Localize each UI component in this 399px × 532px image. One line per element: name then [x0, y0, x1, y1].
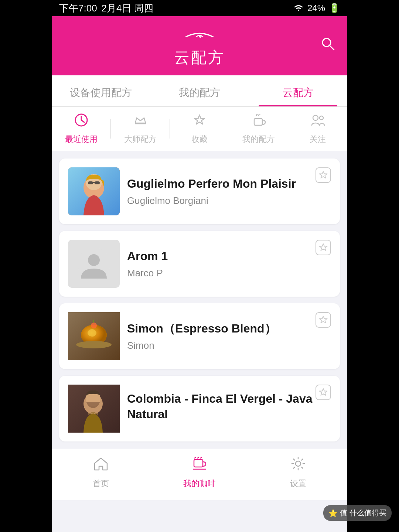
- subtab-myrecipe[interactable]: 我的配方: [229, 113, 288, 145]
- subtab-recent[interactable]: 最近使用: [52, 113, 111, 145]
- cup-icon: [251, 113, 266, 131]
- nav-settings[interactable]: 设置: [249, 455, 347, 489]
- subtab-follow[interactable]: 关注: [288, 113, 347, 145]
- bottom-nav: 首页 我的咖啡 设置: [52, 449, 347, 500]
- crown-icon: [133, 113, 148, 131]
- svg-rect-18: [316, 240, 331, 255]
- person-follow-icon: [310, 113, 325, 131]
- recipe-info-1: Guglielmo Perfero Mon Plaisir Guglielmo …: [127, 176, 331, 207]
- nav-settings-label: 设置: [290, 478, 306, 489]
- recipe-card-2[interactable]: Arom 1 Marco P: [59, 231, 340, 297]
- nav-coffee[interactable]: 我的咖啡: [150, 455, 249, 489]
- svg-point-7: [313, 115, 318, 120]
- svg-rect-12: [88, 181, 93, 184]
- subtab-recent-label: 最近使用: [65, 134, 98, 145]
- favorite-button-1[interactable]: [314, 166, 332, 184]
- tab-my-recipe[interactable]: 我的配方: [150, 75, 249, 106]
- subtab-favorites[interactable]: 收藏: [170, 113, 229, 145]
- star-outline-icon: [192, 113, 207, 131]
- recipe-card-3[interactable]: Simon（Espresso Blend） Simon: [59, 303, 340, 369]
- search-button[interactable]: [320, 36, 336, 56]
- recipe-thumbnail-2: [68, 240, 120, 288]
- sub-tabs: 最近使用 大师配方 收藏: [52, 107, 347, 151]
- header-title: 云配方: [174, 47, 225, 68]
- status-bar: 下午7:00 2月4日 周四 24% 🔋: [52, 0, 347, 16]
- main-tabs: 设备使用配方 我的配方 云配方: [52, 75, 347, 107]
- recipe-title-3: Simon（Espresso Blend）: [127, 321, 331, 337]
- recipe-info-4: Colombia - Finca El Vergel - Java Natura…: [127, 391, 331, 426]
- svg-rect-6: [254, 119, 262, 125]
- svg-rect-30: [316, 385, 331, 400]
- wifi-icon: [293, 3, 304, 13]
- svg-rect-13: [95, 181, 100, 184]
- recipe-info-3: Simon（Espresso Blend） Simon: [127, 321, 331, 352]
- recipe-title-2: Arom 1: [127, 249, 331, 264]
- svg-rect-31: [194, 460, 203, 467]
- favorite-button-3[interactable]: [314, 311, 332, 329]
- nav-home-label: 首页: [93, 478, 109, 489]
- watermark-text: 值 什么值得买: [340, 508, 386, 518]
- watermark: ⭐ 值 什么值得买: [323, 505, 392, 521]
- subtab-favorites-label: 收藏: [191, 134, 208, 145]
- settings-gear-icon: [290, 455, 307, 476]
- recipe-author-2: Marco P: [127, 267, 331, 279]
- favorite-button-4[interactable]: [314, 383, 332, 402]
- svg-point-17: [88, 254, 100, 266]
- battery-icon: 🔋: [329, 3, 340, 13]
- date-display: 2月4日 周四: [102, 2, 153, 15]
- recipe-thumbnail-3: [68, 312, 120, 360]
- nav-home[interactable]: 首页: [52, 455, 150, 489]
- recipe-card-1[interactable]: Guglielmo Perfero Mon Plaisir Guglielmo …: [59, 158, 340, 224]
- subtab-follow-label: 关注: [310, 134, 326, 145]
- recipe-card-4[interactable]: Colombia - Finca El Vergel - Java Natura…: [59, 376, 340, 441]
- recipe-author-3: Simon: [127, 340, 331, 351]
- subtab-master[interactable]: 大师配方: [111, 113, 170, 145]
- watermark-icon: ⭐: [328, 509, 338, 518]
- svg-rect-15: [316, 168, 331, 183]
- svg-line-1: [330, 45, 334, 50]
- recipe-info-2: Arom 1 Marco P: [127, 249, 331, 279]
- recipe-thumbnail-1: [68, 167, 120, 215]
- tab-cloud-recipe[interactable]: 云配方: [249, 75, 347, 106]
- coffee-cup-icon: [191, 455, 208, 476]
- clock-icon: [74, 113, 89, 131]
- recipe-title-1: Guglielmo Perfero Mon Plaisir: [127, 176, 331, 192]
- svg-point-22: [88, 329, 96, 337]
- recipe-author-1: Guglielmo Borgiani: [127, 195, 331, 207]
- subtab-master-label: 大师配方: [124, 134, 157, 145]
- battery-display: 24%: [307, 3, 325, 13]
- svg-point-24: [91, 323, 97, 328]
- svg-rect-26: [316, 313, 331, 327]
- content-area: Guglielmo Perfero Mon Plaisir Guglielmo …: [52, 151, 347, 449]
- recipe-thumbnail-4: [68, 385, 120, 433]
- svg-line-4: [81, 120, 84, 122]
- svg-point-8: [320, 116, 323, 120]
- svg-point-23: [76, 341, 112, 348]
- nav-coffee-label: 我的咖啡: [183, 478, 216, 489]
- recipe-title-4: Colombia - Finca El Vergel - Java Natura…: [127, 391, 331, 422]
- home-icon: [92, 455, 109, 476]
- subtab-myrecipe-label: 我的配方: [242, 134, 275, 145]
- svg-point-33: [296, 461, 301, 466]
- tab-device-recipe[interactable]: 设备使用配方: [52, 75, 150, 106]
- app-header: 云配方: [52, 16, 347, 75]
- favorite-button-2[interactable]: [314, 238, 332, 257]
- app-logo: [177, 27, 222, 44]
- time-display: 下午7:00: [59, 2, 97, 15]
